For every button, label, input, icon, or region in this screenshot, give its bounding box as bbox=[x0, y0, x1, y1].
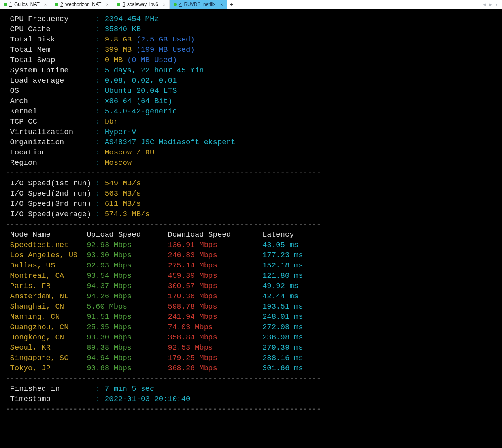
terminal-line: Finished in : 7 min 5 sec bbox=[6, 384, 496, 394]
new-tab-button[interactable]: + bbox=[227, 0, 236, 9]
terminal-line: Load average : 0.08, 0.02, 0.01 bbox=[6, 75, 496, 86]
terminal-line: CPU Frequency : 2394.454 MHz bbox=[6, 14, 496, 24]
terminal-line: Node Name Upload Speed Download Speed La… bbox=[6, 230, 496, 240]
terminal-line: ----------------------------------------… bbox=[6, 219, 496, 230]
terminal-line: Kernel : 5.4.0-42-generic bbox=[6, 106, 496, 117]
tab-menu-icon[interactable]: ▾ bbox=[495, 2, 498, 8]
terminal-line: Los Angeles, US 93.30 Mbps 246.83 Mbps 1… bbox=[6, 250, 496, 260]
terminal-line: System uptime : 5 days, 22 hour 45 min bbox=[6, 65, 496, 75]
terminal-line: Timestamp : 2022-01-03 20:10:40 bbox=[6, 394, 496, 404]
terminal-line: Nanjing, CN 91.51 Mbps 241.94 Mbps 248.0… bbox=[6, 312, 496, 322]
terminal-line: I/O Speed(3rd run) : 611 MB/s bbox=[6, 199, 496, 209]
tab-number: 4 bbox=[179, 2, 182, 7]
terminal-line: Total Disk : 9.8 GB (2.5 GB Used) bbox=[6, 34, 496, 45]
status-dot-icon bbox=[4, 3, 7, 6]
tab-next-icon[interactable]: ▶ bbox=[489, 2, 492, 8]
terminal-line: Seoul, KR 89.38 Mbps 92.53 Mbps 279.39 m… bbox=[6, 343, 496, 353]
terminal-line: Organization : AS48347 JSC Mediasoft eks… bbox=[6, 137, 496, 147]
terminal-line: Hongkong, CN 93.30 Mbps 358.84 Mbps 236.… bbox=[6, 332, 496, 343]
tab-label: webhorizon_NAT bbox=[65, 2, 101, 7]
terminal-line: ----------------------------------------… bbox=[6, 373, 496, 384]
terminal-line: I/O Speed(1st run) : 549 MB/s bbox=[6, 178, 496, 188]
terminal-line: Location : Moscow / RU bbox=[6, 147, 496, 158]
tab-number: 1 bbox=[9, 2, 12, 7]
terminal-line: TCP CC : bbr bbox=[6, 117, 496, 127]
terminal-output[interactable]: CPU Frequency : 2394.454 MHz CPU Cache :… bbox=[0, 9, 502, 419]
terminal-line: Paris, FR 94.37 Mbps 300.57 Mbps 49.92 m… bbox=[6, 281, 496, 291]
terminal-line: Shanghai, CN 5.60 Mbps 598.78 Mbps 193.5… bbox=[6, 301, 496, 312]
terminal-line: ----------------------------------------… bbox=[6, 168, 496, 178]
status-dot-icon bbox=[174, 3, 177, 6]
tab-label: Gullos_NAT bbox=[14, 2, 40, 7]
tab-bar: 1 Gullos_NAT× 2 webhorizon_NAT× 3 scalew… bbox=[0, 0, 502, 9]
terminal-line: CPU Cache : 35840 KB bbox=[6, 24, 496, 34]
terminal-line: Region : Moscow bbox=[6, 158, 496, 168]
terminal-line: Speedtest.net 92.93 Mbps 136.91 Mbps 43.… bbox=[6, 240, 496, 250]
close-icon[interactable]: × bbox=[220, 0, 223, 8]
tab-nav-controls: ◀ ▶ ▾ bbox=[479, 0, 502, 9]
terminal-line: Dallas, US 92.93 Mbps 275.14 Mbps 152.18… bbox=[6, 260, 496, 271]
tab-label: scaleway_ipv6 bbox=[127, 2, 158, 7]
status-dot-icon bbox=[117, 3, 120, 6]
terminal-line: Virtualization : Hyper-V bbox=[6, 127, 496, 137]
tab-4[interactable]: 4 RUVDS_netflix× bbox=[170, 0, 227, 9]
terminal-line: Total Mem : 399 MB (199 MB Used) bbox=[6, 45, 496, 55]
terminal-line: Arch : x86_64 (64 Bit) bbox=[6, 96, 496, 106]
terminal-line: I/O Speed(2nd run) : 563 MB/s bbox=[6, 188, 496, 199]
close-icon[interactable]: × bbox=[106, 0, 108, 8]
terminal-line: ----------------------------------------… bbox=[6, 404, 496, 414]
tab-3[interactable]: 3 scaleway_ipv6× bbox=[113, 0, 170, 9]
tab-number: 2 bbox=[60, 2, 63, 7]
terminal-line: Amsterdam, NL 94.26 Mbps 170.36 Mbps 42.… bbox=[6, 291, 496, 301]
tab-label: RUVDS_netflix bbox=[184, 2, 215, 7]
close-icon[interactable]: × bbox=[163, 0, 165, 8]
close-icon[interactable]: × bbox=[44, 0, 47, 8]
status-dot-icon bbox=[55, 3, 58, 6]
tab-prev-icon[interactable]: ◀ bbox=[483, 2, 486, 8]
tab-2[interactable]: 2 webhorizon_NAT× bbox=[51, 0, 113, 9]
tab-1[interactable]: 1 Gullos_NAT× bbox=[0, 0, 51, 9]
terminal-line: Tokyo, JP 90.68 Mbps 368.26 Mbps 301.66 … bbox=[6, 363, 496, 373]
terminal-line: OS : Ubuntu 20.04 LTS bbox=[6, 86, 496, 96]
terminal-line: Guangzhou, CN 25.35 Mbps 74.03 Mbps 272.… bbox=[6, 322, 496, 332]
terminal-line: Singapore, SG 94.94 Mbps 179.25 Mbps 288… bbox=[6, 353, 496, 363]
tab-number: 3 bbox=[123, 2, 125, 7]
terminal-line: I/O Speed(average) : 574.3 MB/s bbox=[6, 209, 496, 219]
terminal-line: Total Swap : 0 MB (0 MB Used) bbox=[6, 55, 496, 65]
terminal-line: Montreal, CA 93.54 Mbps 459.39 Mbps 121.… bbox=[6, 271, 496, 281]
